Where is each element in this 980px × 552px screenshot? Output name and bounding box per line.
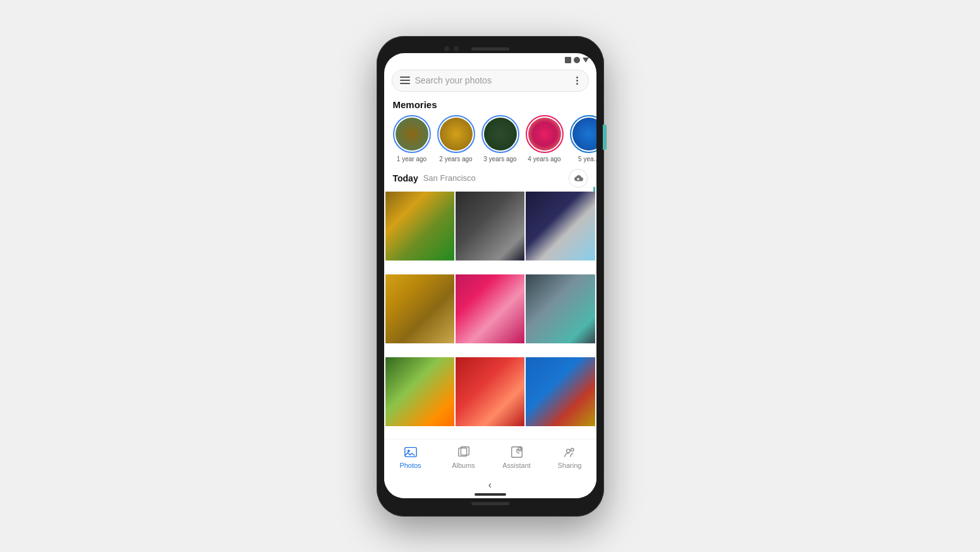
- svg-point-6: [566, 449, 570, 453]
- memories-row: 1 year ago 2 years ago 3 years ago 4 yea…: [384, 115, 596, 163]
- nav-label-albums: Albums: [452, 462, 475, 469]
- memory-circle-1: [393, 115, 431, 153]
- status-signal-icon: [565, 57, 571, 63]
- memory-circle-5: [570, 115, 596, 153]
- nav-item-photos[interactable]: Photos: [384, 445, 437, 469]
- memory-label-3: 3 years ago: [483, 156, 516, 163]
- speaker-grille-bottom: [471, 502, 509, 505]
- more-options-icon[interactable]: [574, 75, 581, 86]
- status-bar: [384, 53, 596, 66]
- albums-icon: [456, 445, 471, 460]
- memory-label-4: 4 years ago: [528, 156, 560, 163]
- memories-title: Memories: [384, 97, 596, 115]
- status-circle-icon: [574, 57, 580, 63]
- hamburger-menu-icon[interactable]: [400, 77, 410, 84]
- phone-bottom-bar: [384, 498, 596, 509]
- cloud-icon: [573, 173, 583, 183]
- today-row: Today San Francisco: [384, 163, 596, 192]
- memory-item-2[interactable]: 2 years ago: [437, 115, 475, 163]
- nav-label-sharing: Sharing: [558, 462, 582, 469]
- memory-label-1: 1 year ago: [397, 156, 426, 163]
- memory-circle-4: [526, 115, 564, 153]
- memory-circle-2: [437, 115, 475, 153]
- speaker-grille: [471, 47, 509, 51]
- front-camera-right: [454, 46, 459, 51]
- nav-label-photos: Photos: [399, 462, 421, 469]
- memory-item-5[interactable]: 5 yea...: [570, 115, 596, 163]
- memory-label-2: 2 years ago: [439, 156, 472, 163]
- nav-item-albums[interactable]: Albums: [437, 445, 490, 469]
- photo-cell-1[interactable]: [385, 192, 454, 261]
- photos-icon: [403, 445, 418, 460]
- search-bar[interactable]: Search your photos: [392, 70, 589, 92]
- memory-image-4: [528, 118, 561, 150]
- memory-label-5: 5 yea...: [578, 156, 596, 163]
- svg-point-1: [407, 450, 409, 452]
- memory-circle-3: [481, 115, 519, 153]
- photo-cell-5[interactable]: [456, 274, 524, 343]
- memory-image-3: [484, 118, 517, 150]
- memory-image-5: [572, 118, 596, 150]
- memory-image-1: [396, 118, 428, 150]
- side-accent: [603, 125, 607, 150]
- front-camera-left: [444, 46, 449, 51]
- memory-item-1[interactable]: 1 year ago: [393, 115, 431, 163]
- photo-cell-9[interactable]: [526, 357, 595, 426]
- photo-cell-2[interactable]: [456, 192, 524, 261]
- location-label: San Francisco: [423, 173, 564, 183]
- nav-item-sharing[interactable]: Sharing: [543, 445, 596, 469]
- phone-screen: Search your photos Memories 1 year ago 2…: [384, 53, 596, 498]
- cloud-upload-button[interactable]: [569, 169, 588, 188]
- status-battery-icon: [583, 58, 589, 63]
- memory-item-4[interactable]: 4 years ago: [526, 115, 564, 163]
- memory-item-3[interactable]: 3 years ago: [481, 115, 519, 163]
- photo-cell-4[interactable]: [385, 274, 454, 343]
- sharing-icon: [562, 445, 578, 460]
- photo-cell-6[interactable]: [526, 274, 595, 343]
- photo-grid: [384, 192, 596, 439]
- photo-cell-3[interactable]: [526, 192, 595, 261]
- phone-outer: Search your photos Memories 1 year ago 2…: [377, 36, 604, 517]
- photo-cell-8[interactable]: [456, 357, 524, 426]
- assistant-icon: [509, 445, 524, 460]
- svg-point-7: [571, 448, 574, 451]
- today-label: Today: [393, 173, 418, 183]
- gesture-pill: [475, 493, 506, 496]
- search-placeholder[interactable]: Search your photos: [415, 75, 569, 85]
- back-chevron-icon[interactable]: ‹: [488, 479, 492, 491]
- photo-cell-7[interactable]: [385, 357, 454, 426]
- bottom-nav: Photos Albums: [384, 439, 596, 475]
- nav-label-assistant: Assistant: [502, 462, 531, 469]
- nav-item-assistant[interactable]: Assistant: [490, 445, 543, 469]
- phone-top-bar: [384, 44, 596, 53]
- gesture-bar-area: ‹: [384, 475, 596, 498]
- svg-point-5: [517, 447, 521, 451]
- memory-image-2: [440, 118, 473, 150]
